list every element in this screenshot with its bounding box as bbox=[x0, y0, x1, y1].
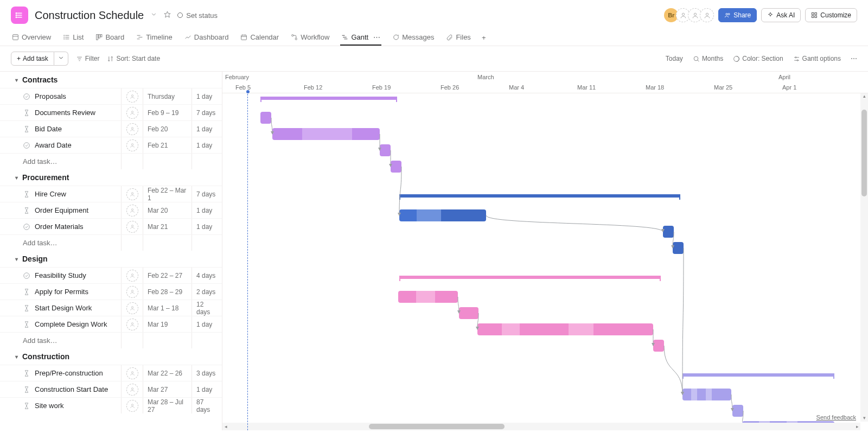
assignee-cell[interactable] bbox=[122, 284, 143, 300]
gantt-bar[interactable] bbox=[380, 144, 391, 156]
today-button[interactable]: Today bbox=[666, 55, 683, 62]
assignee-cell[interactable] bbox=[122, 88, 143, 104]
date-cell[interactable]: Thursday bbox=[143, 88, 192, 104]
scroll-thumb[interactable] bbox=[369, 424, 505, 429]
task-row[interactable]: Feasibility StudyFeb 22 – 274 days bbox=[0, 267, 222, 283]
task-row[interactable]: Complete Design WorkMar 191 day bbox=[0, 316, 222, 332]
ask-ai-button[interactable]: Ask AI bbox=[761, 8, 801, 22]
gantt-options-button[interactable]: Gantt options bbox=[793, 55, 841, 62]
gantt-bar[interactable] bbox=[459, 307, 478, 319]
scroll-down-arrow[interactable]: ▾ bbox=[860, 415, 868, 422]
tab-timeline[interactable]: Timeline bbox=[135, 30, 174, 46]
tab-overview[interactable]: Overview bbox=[11, 30, 52, 46]
add-task-button[interactable]: +Add task bbox=[11, 52, 68, 66]
avatar-placeholder[interactable] bbox=[700, 8, 714, 22]
assignee-cell[interactable] bbox=[122, 105, 143, 120]
date-cell[interactable]: Mar 19 bbox=[143, 316, 192, 332]
add-task-row[interactable]: Add task… bbox=[0, 235, 122, 251]
section-header[interactable]: ▾Contracts bbox=[0, 72, 222, 88]
gantt-bar[interactable] bbox=[399, 209, 486, 221]
add-task-dropdown[interactable] bbox=[54, 52, 68, 66]
date-cell[interactable]: Feb 22 – Mar 1 bbox=[143, 186, 192, 202]
task-row[interactable]: Construction Start DateMar 271 day bbox=[0, 381, 222, 397]
tab-dashboard[interactable]: Dashboard bbox=[183, 30, 230, 46]
assignee-cell[interactable] bbox=[122, 121, 143, 137]
task-row[interactable]: Apply for PermitsFeb 28 – 292 days bbox=[0, 283, 222, 300]
task-row[interactable]: Site workMar 28 – Jul 2787 days bbox=[0, 397, 222, 413]
tab-gantt[interactable]: Gantt⋯ bbox=[340, 30, 381, 46]
gantt-bar[interactable] bbox=[398, 291, 458, 303]
tab-calendar[interactable]: Calendar bbox=[239, 30, 280, 46]
add-task-row[interactable]: Add task… bbox=[0, 154, 122, 169]
add-task-row[interactable]: Add task… bbox=[0, 333, 122, 348]
section-header[interactable]: ▾Procurement bbox=[0, 169, 222, 186]
assignee-cell[interactable] bbox=[122, 365, 143, 381]
star-icon[interactable] bbox=[164, 11, 171, 20]
assignee-cell[interactable] bbox=[122, 398, 143, 413]
date-cell[interactable]: Feb 20 bbox=[143, 121, 192, 137]
date-cell[interactable]: Mar 1 – 18 bbox=[143, 300, 192, 316]
assignee-cell[interactable] bbox=[122, 300, 143, 316]
tab-board[interactable]: Board bbox=[94, 30, 125, 46]
gantt-bar[interactable] bbox=[272, 128, 380, 140]
set-status-button[interactable]: Set status bbox=[177, 11, 218, 20]
assignee-cell[interactable] bbox=[122, 381, 143, 397]
task-row[interactable]: Order MaterialsMar 211 day bbox=[0, 218, 222, 234]
zoom-dropdown[interactable]: Months bbox=[693, 55, 723, 62]
scroll-thumb[interactable] bbox=[861, 110, 867, 196]
gantt-bar[interactable] bbox=[391, 161, 401, 173]
tab-workflow[interactable]: Workflow bbox=[290, 30, 330, 46]
tab-messages[interactable]: Messages bbox=[391, 30, 435, 46]
assignee-cell[interactable] bbox=[122, 219, 143, 234]
assignee-cell[interactable] bbox=[122, 268, 143, 283]
scroll-up-arrow[interactable]: ▴ bbox=[860, 93, 868, 100]
gantt-bar[interactable] bbox=[682, 389, 731, 400]
task-row[interactable]: ProposalsThursday1 day bbox=[0, 88, 222, 104]
scroll-left-arrow[interactable]: ◂ bbox=[222, 423, 229, 430]
gantt-bar[interactable] bbox=[653, 340, 664, 352]
gantt-bar[interactable] bbox=[732, 405, 743, 417]
date-cell[interactable]: Feb 22 – 27 bbox=[143, 268, 192, 283]
project-icon[interactable] bbox=[11, 7, 28, 24]
add-view-button[interactable]: + bbox=[482, 34, 486, 42]
date-cell[interactable]: Mar 27 bbox=[143, 381, 192, 397]
tab-files[interactable]: Files bbox=[445, 30, 471, 46]
assignee-cell[interactable] bbox=[122, 316, 143, 332]
date-cell[interactable]: Mar 28 – Jul 27 bbox=[143, 398, 192, 413]
task-row[interactable]: Prep/Pre-constructionMar 22 – 263 days bbox=[0, 365, 222, 381]
project-title[interactable]: Construction Schedule bbox=[35, 9, 144, 22]
more-options-button[interactable]: ⋯ bbox=[851, 55, 857, 62]
section-header[interactable]: ▾Construction bbox=[0, 348, 222, 365]
assignee-cell[interactable] bbox=[122, 137, 143, 153]
date-cell[interactable]: Feb 28 – 29 bbox=[143, 284, 192, 300]
share-button[interactable]: Share bbox=[718, 8, 757, 22]
customize-button[interactable]: Customize bbox=[805, 8, 857, 22]
gantt-bar[interactable] bbox=[673, 242, 684, 254]
gantt-bar[interactable] bbox=[663, 226, 674, 238]
color-dropdown[interactable]: Color: Section bbox=[733, 55, 783, 62]
task-row[interactable]: Start Design WorkMar 1 – 1812 days bbox=[0, 300, 222, 316]
horizontal-scrollbar[interactable]: ◂ ▸ bbox=[222, 423, 860, 430]
task-row[interactable]: Order EquipmentMar 201 day bbox=[0, 202, 222, 218]
sort-button[interactable]: Sort: Start date bbox=[107, 55, 160, 62]
member-avatars[interactable]: Br bbox=[666, 8, 714, 22]
date-cell[interactable]: Mar 20 bbox=[143, 202, 192, 218]
task-row[interactable]: Award DateFeb 211 day bbox=[0, 137, 222, 153]
gantt-bar[interactable] bbox=[477, 323, 653, 335]
assignee-cell[interactable] bbox=[122, 202, 143, 218]
send-feedback-link[interactable]: Send feedback bbox=[816, 414, 856, 421]
task-row[interactable]: Bid DateFeb 201 day bbox=[0, 120, 222, 137]
task-row[interactable]: Hire CrewFeb 22 – Mar 17 days bbox=[0, 186, 222, 202]
date-cell[interactable]: Mar 22 – 26 bbox=[143, 365, 192, 381]
date-cell[interactable]: Feb 9 – 19 bbox=[143, 105, 192, 120]
date-cell[interactable]: Feb 21 bbox=[143, 137, 192, 153]
date-cell[interactable]: Mar 21 bbox=[143, 219, 192, 234]
gantt-bar[interactable] bbox=[260, 112, 271, 124]
section-header[interactable]: ▾Design bbox=[0, 251, 222, 267]
assignee-cell[interactable] bbox=[122, 186, 143, 202]
tab-list[interactable]: List bbox=[62, 30, 85, 46]
task-row[interactable]: Documents ReviewFeb 9 – 197 days bbox=[0, 104, 222, 120]
vertical-scrollbar[interactable]: ▴ ▾ bbox=[860, 93, 868, 422]
filter-button[interactable]: Filter bbox=[76, 55, 100, 62]
scroll-right-arrow[interactable]: ▸ bbox=[854, 423, 860, 430]
